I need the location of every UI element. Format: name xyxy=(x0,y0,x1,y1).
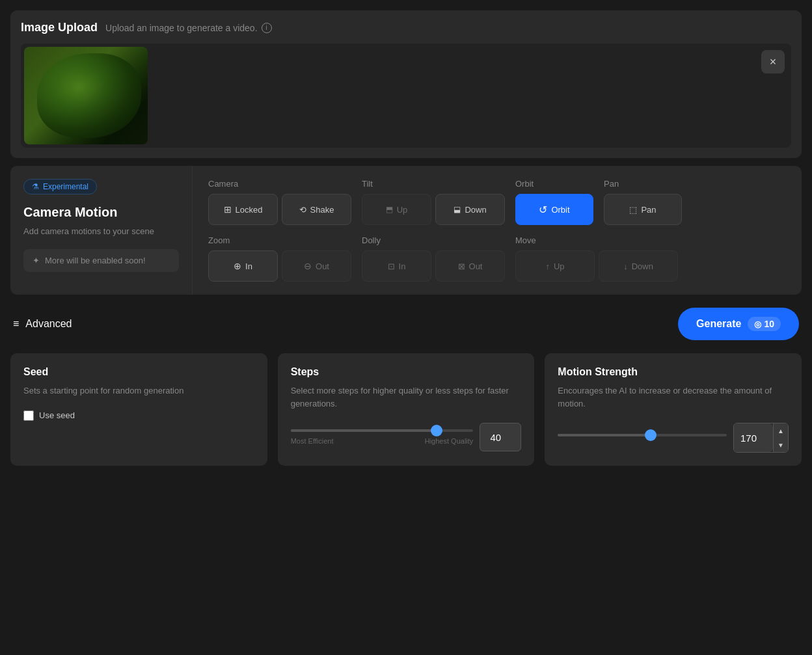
dolly-out-button[interactable]: ⊠ Out xyxy=(435,250,505,282)
remove-image-button[interactable]: × xyxy=(761,50,785,74)
experimental-badge: Experimental xyxy=(23,179,97,194)
tilt-down-icon: ⬓ xyxy=(453,205,461,214)
zoom-in-button[interactable]: ⊕ In xyxy=(208,250,278,282)
motion-strength-slider-row: ▲ ▼ xyxy=(558,423,789,453)
motion-strength-slider-track xyxy=(558,434,727,436)
camera-buttons: ⊞ Locked ⟲ Shake xyxy=(208,194,351,225)
motion-strength-slider-thumb[interactable] xyxy=(645,429,656,441)
steps-slider-fill xyxy=(291,429,437,432)
move-up-icon: ↑ xyxy=(545,261,550,271)
shake-icon: ⟲ xyxy=(299,205,306,215)
advanced-generate-row: ≡ Advanced Generate ◎ 10 xyxy=(10,302,802,345)
tilt-down-button[interactable]: ⬓ Down xyxy=(435,194,505,225)
move-control-group: Move ↑ Up ↓ Down xyxy=(515,235,678,282)
camera-motion-description: Add camera motions to your scene xyxy=(23,226,179,236)
steps-card: Steps Select more steps for higher quali… xyxy=(278,353,535,466)
credit-badge: ◎ 10 xyxy=(748,317,781,331)
pan-buttons: ⬚ Pan xyxy=(604,194,682,225)
motion-strength-increment-button[interactable]: ▲ xyxy=(774,423,788,438)
motion-strength-value-input[interactable] xyxy=(734,423,773,452)
steps-slider-thumb[interactable] xyxy=(431,425,442,436)
camera-control-group: Camera ⊞ Locked ⟲ Shake xyxy=(208,179,351,225)
sliders-icon: ≡ xyxy=(13,318,19,330)
move-buttons: ↑ Up ↓ Down xyxy=(515,250,678,282)
steps-value-input[interactable] xyxy=(480,423,521,451)
seed-description: Sets a starting point for random generat… xyxy=(23,384,254,397)
zoom-out-icon: ⊖ xyxy=(304,261,312,271)
move-down-button[interactable]: ↓ Down xyxy=(599,250,678,282)
pan-icon: ⬚ xyxy=(629,205,637,215)
generate-button[interactable]: Generate ◎ 10 xyxy=(678,308,799,340)
motion-strength-decrement-button[interactable]: ▼ xyxy=(774,438,788,452)
zoom-control-group: Zoom ⊕ In ⊖ Out xyxy=(208,235,351,282)
move-up-button[interactable]: ↑ Up xyxy=(515,250,595,282)
tilt-label: Tilt xyxy=(362,179,505,189)
camera-motion-left-panel: Experimental Camera Motion Add camera mo… xyxy=(10,166,193,295)
pan-button[interactable]: ⬚ Pan xyxy=(604,194,682,225)
steps-slider-track xyxy=(291,429,474,432)
camera-motion-controls: Camera ⊞ Locked ⟲ Shake Tilt xyxy=(193,166,802,295)
zoom-label: Zoom xyxy=(208,235,351,245)
pan-control-group: Pan ⬚ Pan xyxy=(604,179,682,225)
tilt-up-button[interactable]: ⬒ Up xyxy=(362,194,431,225)
move-label: Move xyxy=(515,235,678,245)
motion-strength-card: Motion Strength Encourages the AI to inc… xyxy=(545,353,802,466)
eye-icon: ◎ xyxy=(754,319,761,329)
zoom-out-button[interactable]: ⊖ Out xyxy=(282,250,351,282)
section-subtitle: Upload an image to generate a video. i xyxy=(105,23,272,33)
dolly-out-icon: ⊠ xyxy=(458,261,465,271)
camera-motion-section: Experimental Camera Motion Add camera mo… xyxy=(10,166,802,295)
sparkle-icon xyxy=(33,256,40,265)
steps-slider-row: Most Efficient Highest Quality xyxy=(291,423,522,451)
uploaded-image xyxy=(24,47,148,144)
steps-title: Steps xyxy=(291,366,522,378)
use-seed-label: Use seed xyxy=(39,410,75,420)
tilt-buttons: ⬒ Up ⬓ Down xyxy=(362,194,505,225)
locked-icon: ⊞ xyxy=(224,204,232,215)
zoom-buttons: ⊕ In ⊖ Out xyxy=(208,250,351,282)
use-seed-row[interactable]: Use seed xyxy=(23,410,254,421)
image-drop-area[interactable]: × xyxy=(21,44,791,148)
orbit-control-group: Orbit ↺ Orbit xyxy=(515,179,593,225)
dolly-control-group: Dolly ⊡ In ⊠ Out xyxy=(362,235,505,282)
dolly-label: Dolly xyxy=(362,235,505,245)
steps-label-right: Highest Quality xyxy=(425,437,474,445)
dolly-buttons: ⊡ In ⊠ Out xyxy=(362,250,505,282)
steps-slider-wrapper: Most Efficient Highest Quality xyxy=(291,429,474,445)
flask-icon xyxy=(32,182,39,191)
zoom-in-icon: ⊕ xyxy=(234,261,241,271)
motion-strength-slider-wrapper xyxy=(558,434,727,442)
tilt-up-icon: ⬒ xyxy=(386,205,393,214)
seed-title: Seed xyxy=(23,366,254,378)
motion-strength-slider-fill xyxy=(558,434,651,436)
motion-strength-description: Encourages the AI to increase or decreas… xyxy=(558,384,789,410)
image-upload-section: Image Upload Upload an image to generate… xyxy=(10,10,802,158)
pan-label: Pan xyxy=(604,179,682,189)
dolly-in-button[interactable]: ⊡ In xyxy=(362,250,431,282)
use-seed-checkbox[interactable] xyxy=(23,410,34,421)
orbit-icon: ↺ xyxy=(539,204,547,216)
seed-card: Seed Sets a starting point for random ge… xyxy=(10,353,267,466)
motion-strength-title: Motion Strength xyxy=(558,366,789,378)
steps-description: Select more steps for higher quality or … xyxy=(291,384,522,410)
camera-locked-button[interactable]: ⊞ Locked xyxy=(208,194,278,225)
camera-motion-title: Camera Motion xyxy=(23,205,179,220)
advanced-toggle-button[interactable]: ≡ Advanced xyxy=(13,318,72,330)
move-down-icon: ↓ xyxy=(623,261,628,271)
info-icon[interactable]: i xyxy=(262,23,272,33)
camera-shake-button[interactable]: ⟲ Shake xyxy=(282,194,351,225)
orbit-buttons: ↺ Orbit xyxy=(515,194,593,225)
section-title: Image Upload xyxy=(21,21,98,34)
orbit-label: Orbit xyxy=(515,179,593,189)
advanced-cards: Seed Sets a starting point for random ge… xyxy=(10,353,802,466)
camera-label: Camera xyxy=(208,179,351,189)
steps-label-left: Most Efficient xyxy=(291,437,334,445)
tilt-control-group: Tilt ⬒ Up ⬓ Down xyxy=(362,179,505,225)
orbit-button[interactable]: ↺ Orbit xyxy=(515,194,593,225)
coming-soon-badge: More will be enabled soon! xyxy=(23,249,179,272)
dolly-in-icon: ⊡ xyxy=(388,261,395,271)
